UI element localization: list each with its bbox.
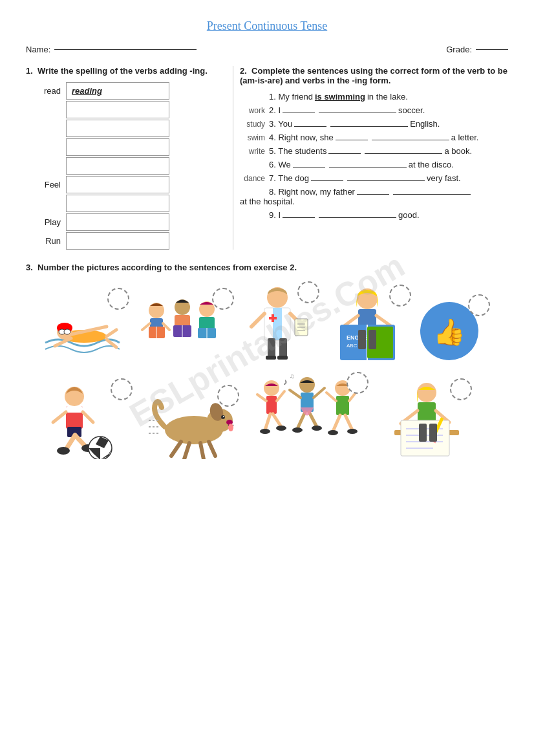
name-field: Name: [26,45,197,54]
pic9-circle[interactable] [450,378,472,400]
sent4-blank2[interactable] [372,140,449,140]
pic3-circle[interactable] [297,281,319,303]
sent6-blank2[interactable] [329,167,407,167]
svg-point-101 [347,429,358,434]
exercises-row: 1. Write the spelling of the verbs addin… [26,66,508,250]
sent5-blank2[interactable] [365,153,442,154]
verb-label-3 [32,120,65,137]
sentence-9: 9. I good. [240,210,508,220]
sent6-blank1[interactable] [293,167,325,167]
sent8-end: at the hospital. [240,197,295,206]
exercise3-number: 3. [26,263,33,272]
svg-point-98 [292,427,303,433]
exercise3: 3. Number the pictures according to the … [26,263,508,462]
sentence-3: study 3. You English. [240,119,508,129]
svg-point-100 [328,430,338,435]
svg-line-95 [345,415,352,430]
svg-line-87 [314,388,325,398]
svg-rect-30 [266,356,276,360]
sent3-blank1[interactable] [294,126,326,127]
pic1-circle[interactable] [107,288,129,310]
sent3-end: English. [410,119,440,129]
picture-swimming [39,288,129,365]
sent5-sidelabel: write [240,147,269,156]
svg-rect-29 [279,338,287,358]
pic6-circle[interactable] [111,378,133,400]
svg-line-32 [251,314,264,327]
exercise2-heading: 2. Complete the sentences using the corr… [240,66,508,85]
sent5-blank1[interactable] [328,153,361,154]
verb-box-5[interactable] [66,157,169,175]
pic2-circle[interactable] [212,288,234,310]
svg-rect-115 [429,424,437,442]
pic5-circle[interactable] [468,294,490,316]
verb-box-read[interactable]: reading [66,82,169,100]
svg-line-88 [297,412,305,429]
sent9-blank2[interactable] [319,217,396,218]
svg-line-79 [277,391,284,401]
verb-box-feel[interactable] [66,176,169,193]
pic4-circle[interactable] [389,285,411,307]
sent7-blank2[interactable] [347,180,425,181]
exercise1-heading: 1. Write the spelling of the verbs addin… [26,66,220,76]
svg-text:♪: ♪ [283,376,288,387]
verb-label-2 [32,101,65,118]
svg-line-69 [171,442,181,456]
sent2-blank1[interactable] [283,113,315,113]
sent4-blank1[interactable] [336,140,368,140]
sent2-sidelabel: work [240,106,269,115]
picture-reading-group [137,288,234,365]
verb-label-run: Run [32,232,65,250]
picture-writing [381,378,472,462]
sent1-num: 1. My friend [269,92,313,102]
verb-box-4[interactable] [66,138,169,156]
verb-box-run[interactable] [66,232,169,250]
verb-box-7[interactable] [66,195,169,212]
sentence-1: 1. My friend is swimming in the lake. [240,92,508,102]
svg-text:👍: 👍 [433,316,465,347]
svg-point-96 [260,429,270,434]
verb-box-play[interactable] [66,213,169,231]
exercise2: 2. Complete the sentences using the corr… [233,66,508,250]
sent2-num: 2. I [269,105,281,115]
svg-line-86 [290,390,301,398]
picture-thumbsup: 👍 [419,301,484,365]
sent7-end: very fast. [427,173,461,183]
svg-line-94 [333,415,340,431]
exercise2-number: 2. [240,66,247,76]
svg-point-84 [299,377,315,393]
picture-dancing: ♪ ♫ [252,372,368,462]
sentence-4: swim 4. Right now, she a letter. [240,133,508,142]
picture-dog [145,385,239,462]
pictures-row1: ENGLISH ABC 👍 [26,281,508,365]
sent5-num: 5. The students [269,146,326,156]
sent9-end: good. [398,210,420,220]
pic8-circle[interactable] [347,372,368,394]
exercise3-instruction: Number the pictures according to the sen… [37,263,297,272]
sent8-num: 8. Right now, my father [269,187,355,197]
svg-line-56 [66,435,75,449]
sent3-num: 3. You [269,119,292,129]
sent5-end: a book. [444,146,472,156]
sent3-blank2[interactable] [330,126,408,127]
verb-box-3[interactable] [66,120,169,137]
sent8-blank1[interactable] [357,194,389,195]
svg-rect-77 [266,396,277,414]
exercise1: 1. Write the spelling of the verbs addin… [26,66,233,250]
sent2-blank2[interactable] [319,113,396,113]
verb-label-feel: Feel [32,176,65,193]
svg-line-72 [209,442,215,456]
pic7-circle[interactable] [217,385,239,407]
verb-label-7 [32,195,65,212]
sent4-num: 4. Right now, she [269,133,334,142]
svg-point-4 [64,329,70,334]
grade-field: Grade: [446,45,508,54]
sent7-blank1[interactable] [311,180,343,181]
verb-box-2[interactable] [66,101,169,118]
sent1-bold: is swimming [315,92,365,102]
sent8-blank2[interactable] [393,194,471,195]
grade-label: Grade: [446,45,472,54]
exercise3-heading: 3. Number the pictures according to the … [26,263,508,272]
sent9-blank1[interactable] [283,217,315,218]
sentence-6: 6. We at the disco. [240,160,508,169]
